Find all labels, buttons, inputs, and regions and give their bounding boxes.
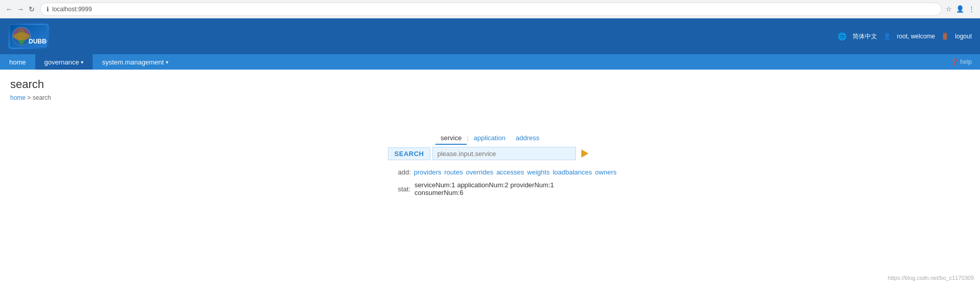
tab-service[interactable]: service xyxy=(435,132,467,145)
footer-hint: https://blog.csdn.net/bo_c1170309 xyxy=(888,275,974,281)
language-switcher[interactable]: 简体中文 xyxy=(853,32,877,41)
add-link-owners[interactable]: owners xyxy=(595,168,617,176)
address-bar[interactable]: ℹ localhost:9999 xyxy=(40,3,942,16)
governance-caret-icon: ▾ xyxy=(81,59,83,65)
add-link-overrides[interactable]: overrides xyxy=(466,168,493,176)
add-link-providers[interactable]: providers xyxy=(414,168,441,176)
logo-inner: DUBBO xyxy=(10,25,47,48)
breadcrumb-separator: > xyxy=(26,94,33,101)
add-link-weights[interactable]: weights xyxy=(527,168,550,176)
account-icon[interactable]: 👤 xyxy=(956,5,964,13)
nav-bar: home governance ▾ system.management ▾ ❓ … xyxy=(0,54,980,70)
logout-link[interactable]: logout xyxy=(955,33,972,40)
nav-system-label: system.management xyxy=(102,58,164,66)
browser-nav-buttons: ← → ↻ xyxy=(5,5,36,13)
stat-row: stat: serviceNum:1 applicationNum:2 prov… xyxy=(398,181,582,196)
language-icon: 🌐 xyxy=(838,32,846,40)
breadcrumb-current: search xyxy=(33,94,51,101)
logout-icon: 🚪 xyxy=(941,33,949,40)
stat-values: serviceNum:1 applicationNum:2 providerNu… xyxy=(415,181,582,196)
search-go-button[interactable] xyxy=(578,147,592,160)
help-link[interactable]: help xyxy=(960,58,972,65)
security-icon: ℹ xyxy=(47,6,49,13)
refresh-button[interactable]: ↻ xyxy=(28,5,36,13)
add-label: add: xyxy=(398,168,411,176)
forward-button[interactable]: → xyxy=(16,5,25,13)
dubbo-logo-svg: DUBBO xyxy=(10,25,47,48)
nav-governance-label: governance xyxy=(45,58,79,66)
tab-address[interactable]: address xyxy=(511,132,545,145)
header-right: 🌐 简体中文 👤 root, welcome 🚪 logout xyxy=(838,32,972,41)
breadcrumb: home > search xyxy=(10,94,970,101)
add-link-accesses[interactable]: accesses xyxy=(496,168,524,176)
nav-home-label: home xyxy=(9,58,26,66)
breadcrumb-home[interactable]: home xyxy=(10,94,26,101)
bookmark-icon[interactable]: ☆ xyxy=(946,5,952,13)
user-label: root, welcome xyxy=(897,33,935,40)
search-container: service | application address SEARCH add… xyxy=(10,132,970,196)
search-tabs: service | application address xyxy=(435,132,545,145)
nav-item-governance[interactable]: governance ▾ xyxy=(35,54,93,70)
browser-chrome: ← → ↻ ℹ localhost:9999 ☆ 👤 ⋮ xyxy=(0,0,980,18)
footer-url: https://blog.csdn.net/bo_c1170309 xyxy=(888,275,974,281)
add-link-loadbalances[interactable]: loadbalances xyxy=(553,168,592,176)
tab-application[interactable]: application xyxy=(469,132,511,145)
browser-actions: ☆ 👤 ⋮ xyxy=(946,5,975,13)
logo: DUBBO xyxy=(8,24,49,49)
nav-help[interactable]: ❓ help xyxy=(943,58,980,65)
system-caret-icon: ▾ xyxy=(166,59,168,65)
go-arrow-icon xyxy=(581,149,589,158)
stat-label: stat: xyxy=(398,185,411,193)
user-icon: 👤 xyxy=(883,33,891,40)
app-container: DUBBO 🌐 简体中文 👤 root, welcome 🚪 logout ho… xyxy=(0,18,980,285)
search-button[interactable]: SEARCH xyxy=(388,147,431,160)
search-input[interactable] xyxy=(432,147,576,160)
main-content: search home > search service | applicati… xyxy=(0,70,980,285)
add-row: add: providers routes overrides accesses… xyxy=(398,168,582,176)
header: DUBBO 🌐 简体中文 👤 root, welcome 🚪 logout xyxy=(0,18,980,54)
search-bar: SEARCH xyxy=(388,147,593,160)
back-button[interactable]: ← xyxy=(5,5,13,13)
menu-icon[interactable]: ⋮ xyxy=(968,5,975,13)
svg-text:DUBBO: DUBBO xyxy=(29,38,47,45)
url-text: localhost:9999 xyxy=(52,6,92,13)
nav-item-home[interactable]: home xyxy=(0,54,35,70)
page-title: search xyxy=(10,78,970,91)
nav-item-system-management[interactable]: system.management ▾ xyxy=(93,54,178,70)
add-link-routes[interactable]: routes xyxy=(444,168,463,176)
